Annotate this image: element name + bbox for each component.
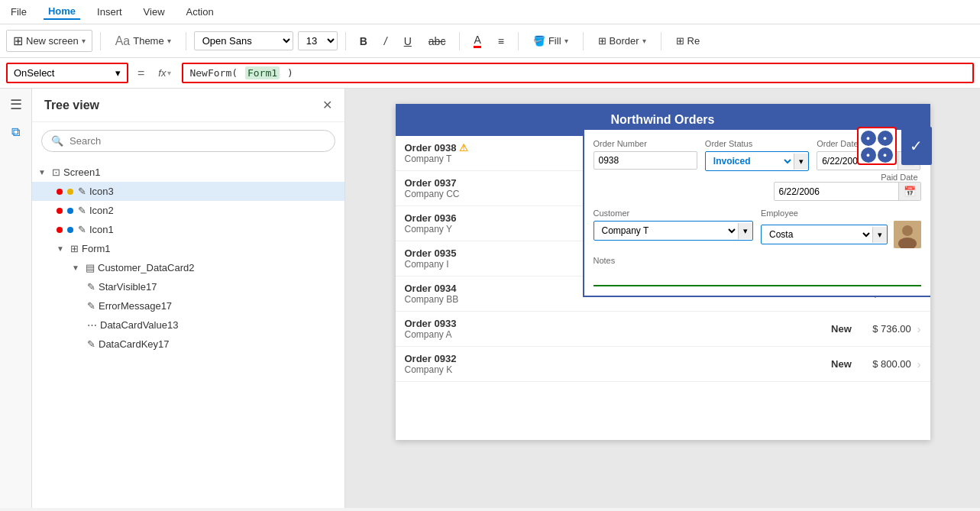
tree-item-datacardvalue13[interactable]: ⋯ DataCardValue13	[32, 315, 344, 335]
datacard2-label: Customer_DataCard2	[98, 262, 194, 273]
italic-button[interactable]: /	[378, 32, 393, 50]
tree-item-icon1[interactable]: ✎ Icon1	[32, 220, 344, 239]
order-number-input[interactable]	[593, 151, 697, 170]
menu-file[interactable]: File	[6, 5, 31, 19]
form1-label: Form1	[82, 243, 111, 254]
datacardvalue13-label: DataCardValue13	[100, 319, 178, 331]
datacardvalue13-icon: ⋯	[87, 319, 97, 331]
cluster-icon-3[interactable]: ●	[861, 147, 876, 163]
screen1-toggle: ▼	[38, 168, 49, 176]
order-row-6[interactable]: Order 0932 Company K New $ 800.00 ›	[396, 347, 930, 382]
employee-select[interactable]: Costa	[762, 225, 872, 244]
tree-item-starvisible17[interactable]: ✎ StarVisible17	[32, 277, 344, 296]
font-color-button[interactable]: A	[467, 31, 487, 51]
toolbar: ⊞ New screen ▾ Aa Theme ▾ Open Sans 13 B…	[0, 24, 980, 58]
new-screen-label: New screen	[26, 35, 79, 47]
order-company-6: Company K	[405, 364, 826, 375]
detail-panel: Order Number Order Status Invoiced ▾	[583, 128, 930, 297]
starvisible17-label: StarVisible17	[99, 281, 157, 293]
order-arrow-6: ›	[917, 358, 921, 370]
icon1-badge-red	[57, 227, 63, 233]
order-number-label: Order Number	[593, 139, 697, 148]
order-num-5: Order 0933	[405, 318, 826, 329]
separator-6	[583, 32, 584, 50]
re-label: Re	[687, 35, 700, 47]
form1-toggle: ▼	[57, 244, 67, 253]
tree-item-icon3[interactable]: ✎ Icon3	[32, 182, 344, 201]
formula-input[interactable]: NewForm( Form1 )	[182, 63, 974, 83]
icon3-badge-red	[57, 189, 63, 195]
new-screen-button[interactable]: ⊞ New screen ▾	[6, 30, 92, 52]
icon2-badge-blue	[67, 208, 73, 214]
property-value: OnSelect	[14, 67, 54, 79]
cluster-icon-2[interactable]: ●	[878, 131, 893, 146]
menu-bar: File Home Insert View Action	[0, 0, 980, 24]
menu-view[interactable]: View	[139, 5, 170, 19]
cluster-icon-1[interactable]: ●	[861, 131, 876, 146]
tree-item-icon2[interactable]: ✎ Icon2	[32, 201, 344, 220]
tree-item-screen1[interactable]: ▼ ⊡ Screen1	[32, 163, 344, 182]
menu-insert[interactable]: Insert	[92, 5, 127, 19]
re-button[interactable]: ⊞ Re	[669, 31, 707, 50]
paid-date-input[interactable]	[775, 183, 898, 200]
notes-field: Notes	[593, 256, 921, 286]
detail-row-2: Customer Company T ▾ Employee	[593, 209, 921, 248]
separator-5	[518, 32, 519, 50]
menu-action[interactable]: Action	[182, 5, 218, 19]
font-size-selector[interactable]: 13	[298, 31, 338, 50]
strikethrough-button[interactable]: abc	[422, 32, 452, 50]
font-selector[interactable]: Open Sans	[194, 31, 293, 50]
icon3-label: Icon3	[89, 186, 114, 197]
order-row-5[interactable]: Order 0933 Company A New $ 736.00 ›	[396, 312, 930, 347]
layers-icon[interactable]: ⧉	[11, 125, 20, 139]
theme-button[interactable]: Aa Theme ▾	[108, 31, 178, 52]
fx-button[interactable]: fx ▾	[154, 66, 176, 80]
datacard2-toggle: ▼	[72, 264, 82, 272]
tree-item-customer-datacard2[interactable]: ▼ ▤ Customer_DataCard2	[32, 258, 344, 277]
sidebar-close-button[interactable]: ✕	[322, 98, 332, 112]
datacard2-icon: ▤	[86, 262, 95, 273]
form1-icon: ⊞	[70, 243, 79, 254]
icon1-icon: ✎	[78, 224, 86, 235]
order-status-select[interactable]: Invoiced	[706, 152, 794, 170]
bold-button[interactable]: B	[354, 32, 374, 50]
svg-point-1	[902, 225, 913, 236]
search-box: 🔍	[41, 130, 335, 152]
border-button[interactable]: ⊞ Border ▾	[591, 31, 653, 50]
fill-button[interactable]: 🪣 Fill ▾	[526, 31, 575, 50]
underline-button[interactable]: U	[398, 32, 418, 50]
order-num-6: Order 0932	[405, 353, 826, 364]
errormessage17-label: ErrorMessage17	[99, 300, 172, 312]
tree-item-form1[interactable]: ▼ ⊞ Form1	[32, 239, 344, 258]
tree-item-datacardkey17[interactable]: ✎ DataCardKey17	[32, 335, 344, 354]
order-number-field: Order Number	[593, 139, 697, 171]
errormessage17-icon: ✎	[87, 300, 95, 312]
border-chevron: ▾	[642, 37, 646, 45]
datacardkey17-label: DataCardKey17	[99, 338, 170, 350]
notes-input[interactable]	[593, 268, 921, 286]
order-status-field: Order Status Invoiced ▾	[705, 139, 809, 171]
checkmark-button[interactable]: ✓	[901, 127, 932, 165]
icon-cluster: ● ● ● ●	[857, 127, 897, 165]
tree-item-errormessage17[interactable]: ✎ ErrorMessage17	[32, 296, 344, 315]
property-selector[interactable]: OnSelect ▾	[6, 63, 128, 83]
customer-select[interactable]: Company T	[594, 222, 739, 240]
icon3-badge-yellow	[67, 189, 73, 195]
cluster-icon-4[interactable]: ●	[878, 147, 893, 163]
menu-home[interactable]: Home	[44, 4, 80, 20]
icon2-badge-red	[57, 208, 63, 214]
search-input[interactable]	[70, 135, 325, 147]
equals-sign: =	[134, 66, 147, 80]
border-icon: ⊞	[598, 35, 606, 47]
main-layout: ☰ ⧉ Tree view ✕ 🔍 ▼ ⊡ Screen1 ✎ Icon3	[0, 89, 980, 508]
property-chevron: ▾	[115, 67, 121, 79]
hamburger-icon[interactable]: ☰	[10, 96, 22, 113]
sidebar-header: Tree view ✕	[32, 89, 344, 122]
sidebar: Tree view ✕ 🔍 ▼ ⊡ Screen1 ✎ Icon3	[32, 89, 345, 508]
align-button[interactable]: ≡	[492, 32, 510, 50]
paid-date-calendar-icon[interactable]: 📅	[898, 183, 920, 200]
order-info-5: Order 0933 Company A	[405, 318, 826, 340]
notes-label: Notes	[593, 256, 921, 265]
tree-view: ▼ ⊡ Screen1 ✎ Icon3 ✎ Icon2	[32, 160, 344, 508]
order-info-6: Order 0932 Company K	[405, 353, 826, 375]
